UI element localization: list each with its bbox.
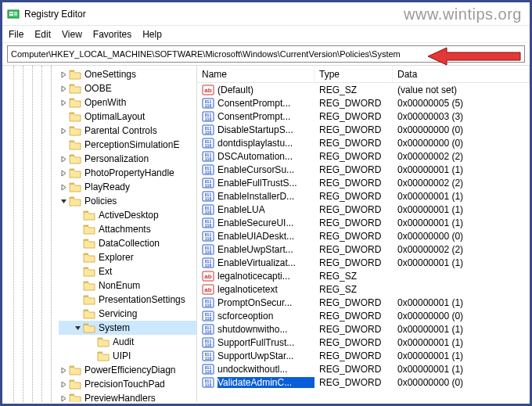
value-row[interactable]: 011110shutdownwitho...REG_DWORD0x0000000…	[197, 322, 530, 336]
folder-icon	[69, 393, 81, 402]
value-type: REG_DWORD	[315, 124, 393, 135]
tree-item[interactable]: OpenWith	[59, 95, 196, 110]
tree-item[interactable]: Servicing	[59, 307, 196, 321]
value-row[interactable]: 011110ConsentPrompt...REG_DWORD0x0000000…	[197, 110, 530, 123]
tree-item[interactable]: OneSettings	[59, 67, 196, 81]
twisty-spacer	[73, 281, 82, 290]
expand-icon[interactable]	[59, 84, 68, 93]
address-input[interactable]	[8, 48, 524, 60]
tree-item[interactable]: PrecisionTouchPad	[59, 377, 196, 391]
collapse-icon[interactable]	[59, 196, 68, 206]
value-row[interactable]: ablegalnoticecapti...REG_SZ	[197, 269, 530, 282]
value-row[interactable]: 011110EnableVirtualizat...REG_DWORD0x000…	[197, 256, 530, 269]
value-type: REG_DWORD	[315, 178, 393, 189]
value-row[interactable]: 011110EnableInstallerD...REG_DWORD0x0000…	[197, 189, 530, 203]
menu-favorites[interactable]: Favorites	[93, 29, 131, 40]
tree-item-label: PresentationSettings	[99, 294, 185, 305]
value-row[interactable]: 011110EnableCursorSu...REG_DWORD0x000000…	[197, 163, 530, 176]
value-row[interactable]: 011110dontdisplaylastu...REG_DWORD0x0000…	[197, 136, 530, 149]
column-data[interactable]: Data	[393, 66, 530, 82]
tree-item[interactable]: PlayReady	[59, 180, 196, 194]
list-header[interactable]: Name Type Data	[197, 66, 530, 83]
expand-icon[interactable]	[59, 154, 68, 163]
reg-dword-icon: 011110	[202, 178, 214, 189]
column-name[interactable]: Name	[197, 66, 315, 82]
value-row[interactable]: ab(Default)REG_SZ(value not set)	[197, 83, 530, 96]
value-row[interactable]: 011110EnableLUAREG_DWORD0x00000001 (1)	[197, 203, 530, 216]
value-name: legalnoticecapti...	[217, 271, 315, 282]
tree-item[interactable]: System	[59, 321, 196, 335]
expand-icon[interactable]	[59, 379, 68, 389]
tree-item[interactable]: Explorer	[59, 250, 196, 264]
value-row[interactable]: 011110ValidateAdminC...REG_DWORD0x000000…	[197, 375, 530, 389]
address-bar[interactable]	[7, 45, 525, 63]
value-row[interactable]: 011110EnableUIADeskt...REG_DWORD0x000000…	[197, 229, 530, 243]
value-name: ConsentPrompt...	[217, 111, 315, 122]
reg-dword-icon: 011110	[202, 98, 214, 109]
tree-item[interactable]: PresentationSettings	[59, 293, 196, 307]
svg-text:110: 110	[205, 156, 212, 161]
tree-item[interactable]: OOBE	[59, 81, 196, 95]
collapse-icon[interactable]	[73, 323, 82, 332]
tree-item[interactable]: Audit	[59, 335, 196, 349]
value-row[interactable]: 011110undockwithoutl...REG_DWORD0x000000…	[197, 362, 530, 375]
reg-dword-icon: 011110	[202, 337, 214, 348]
value-type: REG_DWORD	[315, 151, 393, 162]
value-type: REG_DWORD	[315, 337, 393, 348]
expand-icon[interactable]	[59, 365, 68, 375]
expand-icon[interactable]	[59, 393, 68, 402]
menu-edit[interactable]: Edit	[34, 29, 51, 40]
tree-item[interactable]: Personalization	[59, 152, 196, 166]
expand-icon[interactable]	[59, 182, 68, 192]
value-name: EnableVirtualizat...	[217, 257, 315, 268]
value-row[interactable]: 011110EnableSecureUI...REG_DWORD0x000000…	[197, 216, 530, 229]
value-row[interactable]: ablegalnoticetextREG_SZ	[197, 282, 530, 296]
expand-icon[interactable]	[59, 126, 68, 135]
value-data: 0x00000002 (2)	[393, 244, 530, 255]
registry-tree[interactable]: OneSettingsOOBEOpenWithOptimalLayoutPare…	[59, 66, 197, 402]
value-row[interactable]: 011110SupportFullTrust...REG_DWORD0x0000…	[197, 336, 530, 349]
title-bar: Registry Editor	[2, 2, 530, 26]
tree-item[interactable]: ActiveDesktop	[59, 208, 196, 222]
menu-help[interactable]: Help	[142, 29, 162, 40]
tree-ancestry-gutter	[2, 66, 59, 402]
value-row[interactable]: 011110EnableFullTrustS...REG_DWORD0x0000…	[197, 176, 530, 189]
tree-item-label: Personalization	[84, 153, 149, 164]
menu-view[interactable]: View	[62, 29, 82, 40]
value-row[interactable]: 011110ConsentPrompt...REG_DWORD0x0000000…	[197, 96, 530, 110]
tree-item[interactable]: Parental Controls	[59, 124, 196, 138]
expand-icon[interactable]	[59, 70, 68, 79]
value-row[interactable]: 011110PromptOnSecur...REG_DWORD0x0000000…	[197, 296, 530, 309]
value-data: (value not set)	[393, 84, 530, 95]
expand-icon[interactable]	[59, 98, 68, 107]
tree-item[interactable]: Policies	[59, 194, 196, 208]
tree-item[interactable]: UIPI	[59, 349, 196, 363]
column-type[interactable]: Type	[315, 66, 393, 82]
tree-item[interactable]: DataCollection	[59, 236, 196, 250]
reg-dword-icon: 011110	[202, 350, 214, 361]
value-row[interactable]: 011110scforceoptionREG_DWORD0x00000000 (…	[197, 309, 530, 322]
tree-item[interactable]: PerceptionSimulationE	[59, 138, 196, 152]
tree-item[interactable]: Ext	[59, 264, 196, 278]
tree-item[interactable]: PreviewHandlers	[59, 391, 196, 402]
tree-item-label: Parental Controls	[84, 125, 157, 136]
tree-item[interactable]: OptimalLayout	[59, 110, 196, 124]
reg-dword-icon: 011110	[202, 324, 214, 335]
menu-file[interactable]: File	[9, 29, 23, 40]
value-type: REG_DWORD	[315, 377, 393, 388]
value-row[interactable]: 011110SupportUwpStar...REG_DWORD0x000000…	[197, 349, 530, 362]
reg-dword-icon: 011110	[202, 111, 214, 122]
value-row[interactable]: 011110DisableStartupS...REG_DWORD0x00000…	[197, 123, 530, 136]
tree-item[interactable]: Attachments	[59, 222, 196, 236]
value-type: REG_DWORD	[315, 231, 393, 242]
tree-item[interactable]: PhotoPropertyHandle	[59, 166, 196, 180]
value-type: REG_SZ	[315, 84, 393, 95]
value-row[interactable]: 011110EnableUwpStart...REG_DWORD0x000000…	[197, 243, 530, 256]
folder-icon	[83, 280, 95, 291]
tree-item[interactable]: NonEnum	[59, 278, 196, 293]
list-body: ab(Default)REG_SZ(value not set)011110Co…	[197, 83, 530, 389]
value-row[interactable]: 011110DSCAutomation...REG_DWORD0x0000000…	[197, 149, 530, 163]
expand-icon[interactable]	[59, 168, 68, 178]
value-list[interactable]: Name Type Data ab(Default)REG_SZ(value n…	[197, 66, 530, 402]
tree-item[interactable]: PowerEfficiencyDiagn	[59, 363, 196, 377]
